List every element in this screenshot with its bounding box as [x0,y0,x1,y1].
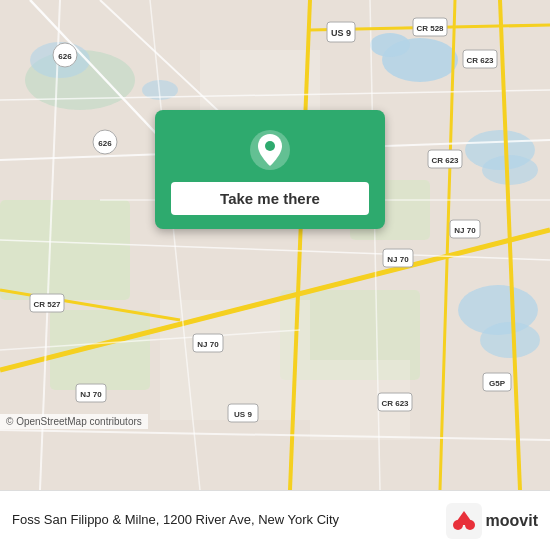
svg-text:NJ 70: NJ 70 [387,255,409,264]
moovit-logo: moovit [446,503,538,539]
svg-text:NJ 70: NJ 70 [197,340,219,349]
copyright-notice: © OpenStreetMap contributors [0,414,148,429]
svg-text:626: 626 [58,52,72,61]
location-pin-icon [248,128,292,172]
take-me-there-card: Take me there [155,110,385,229]
take-me-there-button[interactable]: Take me there [171,182,369,215]
svg-point-8 [480,322,540,358]
map-container: US 9 CR 528 CR 623 626 626 CR 623 NJ 70 … [0,0,550,490]
svg-text:CR 527: CR 527 [33,300,61,309]
svg-text:626: 626 [98,139,112,148]
bottom-bar: Foss San Filippo & Milne, 1200 River Ave… [0,490,550,550]
svg-text:US 9: US 9 [331,28,351,38]
svg-rect-11 [0,200,130,300]
svg-text:NJ 70: NJ 70 [454,226,476,235]
svg-point-64 [265,141,275,151]
svg-text:CR 528: CR 528 [416,24,444,33]
svg-point-6 [482,155,538,185]
svg-text:CR 623: CR 623 [381,399,409,408]
address-text: Foss San Filippo & Milne, 1200 River Ave… [12,511,446,529]
moovit-brand-name: moovit [486,512,538,530]
svg-text:US 9: US 9 [234,410,252,419]
svg-text:CR 623: CR 623 [431,156,459,165]
svg-point-2 [370,33,410,57]
svg-text:CR 623: CR 623 [466,56,494,65]
svg-text:G5P: G5P [489,379,506,388]
svg-text:NJ 70: NJ 70 [80,390,102,399]
svg-rect-12 [50,310,150,390]
moovit-icon [446,503,482,539]
